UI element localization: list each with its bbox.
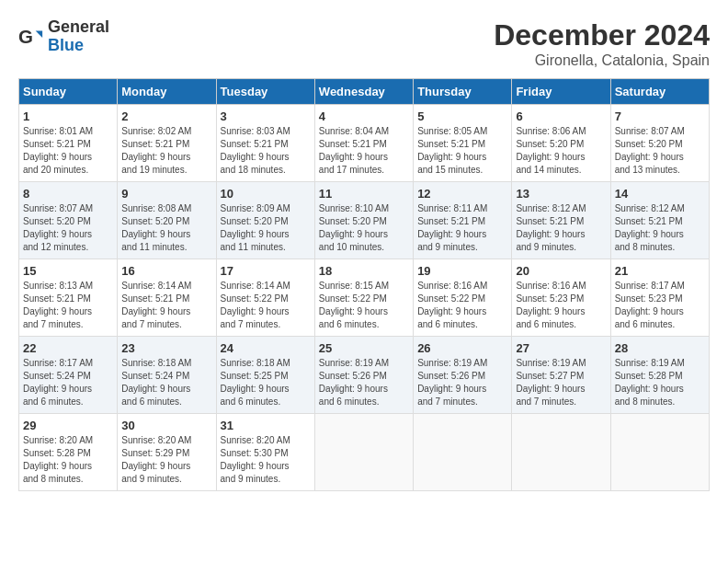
table-row: 5Sunrise: 8:05 AM Sunset: 5:21 PM Daylig… — [414, 105, 512, 182]
day-number: 13 — [516, 187, 606, 201]
table-row: 10Sunrise: 8:09 AM Sunset: 5:20 PM Dayli… — [216, 182, 314, 259]
day-number: 19 — [417, 264, 507, 278]
col-monday: Monday — [118, 79, 216, 105]
day-info: Sunrise: 8:10 AM Sunset: 5:20 PM Dayligh… — [319, 202, 409, 254]
col-tuesday: Tuesday — [216, 79, 314, 105]
logo-text: General Blue — [48, 18, 109, 55]
day-info: Sunrise: 8:04 AM Sunset: 5:21 PM Dayligh… — [319, 125, 409, 177]
location-subtitle: Gironella, Catalonia, Spain — [494, 52, 710, 69]
day-info: Sunrise: 8:16 AM Sunset: 5:23 PM Dayligh… — [516, 280, 606, 331]
table-row: 23Sunrise: 8:18 AM Sunset: 5:24 PM Dayli… — [118, 337, 216, 414]
day-info: Sunrise: 8:19 AM Sunset: 5:26 PM Dayligh… — [417, 357, 507, 408]
day-number: 23 — [121, 341, 211, 355]
day-info: Sunrise: 8:07 AM Sunset: 5:20 PM Dayligh… — [615, 125, 705, 177]
month-title: December 2024 — [494, 18, 710, 52]
table-row: 28Sunrise: 8:19 AM Sunset: 5:28 PM Dayli… — [610, 337, 709, 414]
col-saturday: Saturday — [610, 79, 709, 105]
table-row: 1Sunrise: 8:01 AM Sunset: 5:21 PM Daylig… — [19, 105, 118, 182]
day-info: Sunrise: 8:15 AM Sunset: 5:22 PM Dayligh… — [319, 280, 409, 331]
table-row: 2Sunrise: 8:02 AM Sunset: 5:21 PM Daylig… — [118, 105, 216, 182]
table-row: 13Sunrise: 8:12 AM Sunset: 5:21 PM Dayli… — [512, 182, 610, 259]
table-row: 19Sunrise: 8:16 AM Sunset: 5:22 PM Dayli… — [414, 259, 512, 337]
col-thursday: Thursday — [414, 79, 512, 105]
table-row: 8Sunrise: 8:07 AM Sunset: 5:20 PM Daylig… — [19, 182, 118, 259]
day-info: Sunrise: 8:20 AM Sunset: 5:28 PM Dayligh… — [23, 434, 113, 486]
day-info: Sunrise: 8:20 AM Sunset: 5:30 PM Dayligh… — [221, 434, 311, 486]
day-info: Sunrise: 8:12 AM Sunset: 5:21 PM Dayligh… — [516, 202, 606, 254]
day-number: 14 — [615, 187, 705, 201]
day-info: Sunrise: 8:20 AM Sunset: 5:29 PM Dayligh… — [121, 434, 211, 486]
day-number: 5 — [417, 109, 507, 123]
day-info: Sunrise: 8:12 AM Sunset: 5:21 PM Dayligh… — [615, 202, 705, 254]
day-number: 12 — [417, 187, 507, 201]
day-info: Sunrise: 8:03 AM Sunset: 5:21 PM Dayligh… — [221, 125, 311, 177]
table-row: 16Sunrise: 8:14 AM Sunset: 5:21 PM Dayli… — [118, 259, 216, 337]
day-info: Sunrise: 8:02 AM Sunset: 5:21 PM Dayligh… — [121, 125, 211, 177]
table-row: 11Sunrise: 8:10 AM Sunset: 5:20 PM Dayli… — [314, 182, 413, 259]
day-number: 21 — [615, 264, 705, 278]
svg-marker-1 — [36, 30, 42, 37]
day-number: 6 — [516, 109, 606, 123]
day-info: Sunrise: 8:18 AM Sunset: 5:25 PM Dayligh… — [221, 357, 311, 408]
day-number: 10 — [221, 187, 311, 201]
day-number: 15 — [23, 264, 113, 278]
day-number: 29 — [23, 419, 113, 432]
day-number: 22 — [23, 341, 113, 355]
table-row: 4Sunrise: 8:04 AM Sunset: 5:21 PM Daylig… — [314, 105, 413, 182]
table-row — [414, 414, 512, 491]
day-info: Sunrise: 8:13 AM Sunset: 5:21 PM Dayligh… — [23, 280, 113, 331]
table-row: 17Sunrise: 8:14 AM Sunset: 5:22 PM Dayli… — [216, 259, 314, 337]
col-friday: Friday — [512, 79, 610, 105]
table-row: 9Sunrise: 8:08 AM Sunset: 5:20 PM Daylig… — [118, 182, 216, 259]
day-number: 17 — [221, 264, 311, 278]
col-sunday: Sunday — [19, 79, 118, 105]
table-row: 27Sunrise: 8:19 AM Sunset: 5:27 PM Dayli… — [512, 337, 610, 414]
day-number: 4 — [319, 109, 409, 123]
title-block: December 2024 Gironella, Catalonia, Spai… — [494, 18, 710, 69]
day-number: 7 — [615, 109, 705, 123]
day-info: Sunrise: 8:06 AM Sunset: 5:20 PM Dayligh… — [516, 125, 606, 177]
day-info: Sunrise: 8:16 AM Sunset: 5:22 PM Dayligh… — [417, 280, 507, 331]
day-info: Sunrise: 8:01 AM Sunset: 5:21 PM Dayligh… — [23, 125, 113, 177]
table-row: 31Sunrise: 8:20 AM Sunset: 5:30 PM Dayli… — [216, 414, 314, 491]
table-row — [512, 414, 610, 491]
day-info: Sunrise: 8:14 AM Sunset: 5:22 PM Dayligh… — [221, 280, 311, 331]
calendar-row: 8Sunrise: 8:07 AM Sunset: 5:20 PM Daylig… — [19, 182, 710, 259]
day-info: Sunrise: 8:17 AM Sunset: 5:24 PM Dayligh… — [23, 357, 113, 408]
day-number: 16 — [121, 264, 211, 278]
table-row: 6Sunrise: 8:06 AM Sunset: 5:20 PM Daylig… — [512, 105, 610, 182]
table-row: 29Sunrise: 8:20 AM Sunset: 5:28 PM Dayli… — [19, 414, 118, 491]
day-number: 26 — [417, 341, 507, 355]
svg-text:G: G — [18, 25, 33, 46]
day-info: Sunrise: 8:11 AM Sunset: 5:21 PM Dayligh… — [417, 202, 507, 254]
day-number: 2 — [121, 109, 211, 123]
day-number: 20 — [516, 264, 606, 278]
table-row: 12Sunrise: 8:11 AM Sunset: 5:21 PM Dayli… — [414, 182, 512, 259]
day-info: Sunrise: 8:18 AM Sunset: 5:24 PM Dayligh… — [121, 357, 211, 408]
day-info: Sunrise: 8:05 AM Sunset: 5:21 PM Dayligh… — [417, 125, 507, 177]
day-number: 30 — [121, 419, 211, 432]
day-info: Sunrise: 8:19 AM Sunset: 5:27 PM Dayligh… — [516, 357, 606, 408]
day-number: 1 — [23, 109, 113, 123]
table-row — [314, 414, 413, 491]
day-number: 24 — [221, 341, 311, 355]
day-number: 25 — [319, 341, 409, 355]
table-row: 7Sunrise: 8:07 AM Sunset: 5:20 PM Daylig… — [610, 105, 709, 182]
logo: G General Blue — [18, 18, 109, 55]
calendar-row: 15Sunrise: 8:13 AM Sunset: 5:21 PM Dayli… — [19, 259, 710, 337]
table-row: 21Sunrise: 8:17 AM Sunset: 5:23 PM Dayli… — [610, 259, 709, 337]
table-row: 22Sunrise: 8:17 AM Sunset: 5:24 PM Dayli… — [19, 337, 118, 414]
table-row: 24Sunrise: 8:18 AM Sunset: 5:25 PM Dayli… — [216, 337, 314, 414]
day-info: Sunrise: 8:19 AM Sunset: 5:28 PM Dayligh… — [615, 357, 705, 408]
day-info: Sunrise: 8:07 AM Sunset: 5:20 PM Dayligh… — [23, 202, 113, 254]
table-row: 15Sunrise: 8:13 AM Sunset: 5:21 PM Dayli… — [19, 259, 118, 337]
day-number: 11 — [319, 187, 409, 201]
table-row: 20Sunrise: 8:16 AM Sunset: 5:23 PM Dayli… — [512, 259, 610, 337]
table-row: 25Sunrise: 8:19 AM Sunset: 5:26 PM Dayli… — [314, 337, 413, 414]
col-wednesday: Wednesday — [314, 79, 413, 105]
table-row: 30Sunrise: 8:20 AM Sunset: 5:29 PM Dayli… — [118, 414, 216, 491]
day-number: 8 — [23, 187, 113, 201]
day-number: 31 — [221, 419, 311, 432]
day-info: Sunrise: 8:17 AM Sunset: 5:23 PM Dayligh… — [615, 280, 705, 331]
day-info: Sunrise: 8:09 AM Sunset: 5:20 PM Dayligh… — [221, 202, 311, 254]
